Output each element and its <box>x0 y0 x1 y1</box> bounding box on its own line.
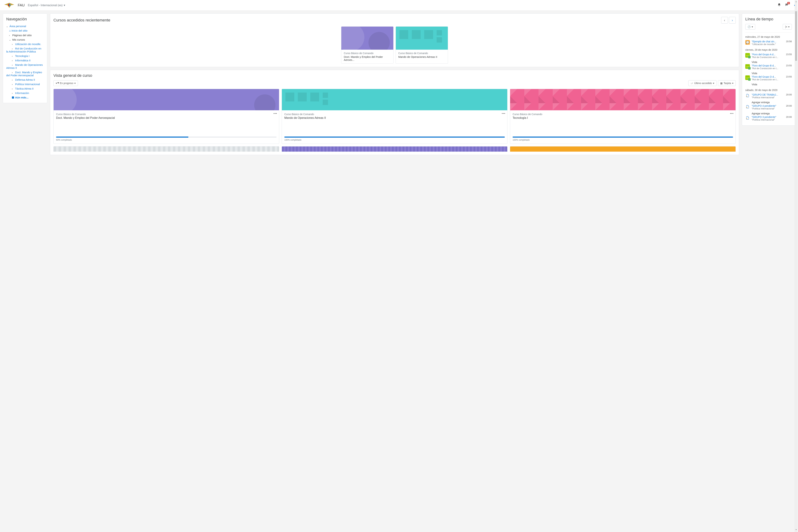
language-selector[interactable]: Español - Internacional (es) ▾ <box>28 3 65 7</box>
course-card-peek[interactable] <box>282 146 507 152</box>
nav-course-link[interactable]: Información <box>15 92 29 95</box>
caret-icon[interactable] <box>12 88 14 90</box>
course-more-icon[interactable]: ••• <box>730 112 734 115</box>
nav-course-link[interactable]: Defensa Aérea II <box>15 78 35 81</box>
recent-next-button[interactable]: › <box>729 17 736 24</box>
logo-icon <box>3 2 16 8</box>
timeline-item[interactable]: "GRUPO 4 pendiente" "Política Internacio… <box>745 104 792 110</box>
home-icon <box>9 29 12 32</box>
recent-course-card[interactable]: Curso Básico de Comando Mando de Operaci… <box>396 26 448 64</box>
timeline-time: 23:55 <box>786 64 792 70</box>
caret-icon[interactable] <box>9 39 12 41</box>
nav-area-personal[interactable]: Área personal <box>10 25 26 28</box>
forum-icon: ▭ <box>745 75 750 80</box>
nav-course-link[interactable]: Informática II <box>15 59 31 62</box>
caret-icon[interactable] <box>9 34 12 37</box>
overview-view-dropdown[interactable]: ▦ Tarjeta ▾ <box>718 80 736 86</box>
nav-inicio[interactable]: Inicio del sitio <box>12 29 28 32</box>
overview-course-card[interactable]: ••• Curso Básico de Comando Tecnología I… <box>510 89 736 144</box>
timeline-link[interactable]: "GRUPO 4 pendiente" <box>752 104 784 107</box>
recent-courses-block: Cursos accedidos recientemente ‹ › Curso… <box>50 14 739 67</box>
nav-course-link[interactable]: Táctica Aérea II <box>15 87 34 90</box>
recent-prev-button[interactable]: ‹ <box>721 17 728 24</box>
progress-bar <box>284 136 505 138</box>
scrollbar[interactable]: ▴ ▾ <box>795 0 797 158</box>
timeline-action[interactable]: Vista <box>745 60 792 64</box>
overview-filter-dropdown[interactable]: ▾ En progreso ▾ <box>53 80 78 86</box>
course-more-icon[interactable]: ••• <box>273 112 277 115</box>
timeline-time: 20:00 <box>786 116 792 121</box>
nav-course-link[interactable]: Mando de Operaciones Aéreas II <box>6 63 43 69</box>
progress-label: 100% completado <box>510 139 736 144</box>
bell-icon[interactable] <box>777 3 781 7</box>
timeline-item[interactable]: ▭ "Foro del Grupo D d... "Rol de Conducc… <box>745 75 792 81</box>
course-thumbnail <box>510 89 736 110</box>
timeline-course: "Política Internacional" <box>752 107 784 110</box>
timeline-action[interactable]: Vista <box>745 82 792 86</box>
nav-course-link[interactable]: Tecnología I <box>15 54 30 57</box>
course-more-icon[interactable]: ••• <box>502 112 506 115</box>
brand-area[interactable]: FAU <box>3 2 25 8</box>
progress-bar <box>56 136 276 138</box>
assignment-icon <box>745 104 750 109</box>
caret-icon[interactable] <box>12 83 14 86</box>
course-category: Curso Básico de Comando <box>284 113 505 116</box>
caret-icon[interactable] <box>12 79 14 81</box>
timeline-date: viernes, 29 de mayo de 2020 <box>745 49 792 51</box>
messages-badge: 2 <box>787 2 790 4</box>
timeline-link[interactable]: "GRUPO 3 pendiente" <box>752 116 784 118</box>
caret-icon[interactable] <box>12 64 14 66</box>
caret-icon[interactable] <box>12 71 14 74</box>
nav-course-link[interactable]: Doct. Mando y Empleo del Poder Aeroespac… <box>6 71 42 77</box>
nav-course-link[interactable]: Utilización de moodle. <box>15 42 41 45</box>
caret-icon[interactable] <box>12 92 14 95</box>
timeline-time: 20:00 <box>786 104 792 110</box>
timeline-action[interactable]: Vista <box>745 71 792 75</box>
timeline-time: 23:55 <box>786 53 792 58</box>
scroll-up-icon[interactable]: ▴ <box>795 1 797 3</box>
nav-mis-cursos[interactable]: Mis cursos <box>12 38 25 41</box>
overview-course-card[interactable]: ••• Curso Básico de Comando Doct. Mando … <box>53 89 279 144</box>
timeline-course: "Política Internacional" <box>752 96 784 99</box>
timeline-time-filter[interactable]: 🕐 ▾ <box>745 24 755 30</box>
caret-icon[interactable] <box>12 48 14 50</box>
navbar: FAU Español - Internacional (es) ▾ 2 ▾ <box>0 0 798 11</box>
nav-aun-mas[interactable]: Aún más... <box>15 96 29 99</box>
timeline-link[interactable]: "Foro del Grupo B d... <box>752 64 784 67</box>
course-card-peek[interactable] <box>510 146 736 152</box>
recent-course-card[interactable]: Curso Básico de Comando Doct. Mando y Em… <box>341 26 394 64</box>
timeline-action[interactable]: Agregar entrega <box>745 111 792 115</box>
nav-course-link[interactable]: Rol de Conducción en la Administración P… <box>6 47 41 53</box>
timeline-link[interactable]: "Ejemplo de chat sin... <box>752 40 784 43</box>
chevron-down-icon: ▾ <box>713 82 714 84</box>
timeline-course: "Rol de Conducción en l... <box>752 78 784 81</box>
course-card-peek[interactable] <box>53 146 279 152</box>
timeline-link[interactable]: "GRUPO DE TRABAJ... <box>752 93 784 96</box>
caret-icon[interactable] <box>12 59 14 62</box>
brand-text[interactable]: FAU <box>18 3 25 7</box>
overview-course-card[interactable]: ••• Curso Básico de Comando Mando de Ope… <box>282 89 507 144</box>
timeline-item[interactable]: "GRUPO 3 pendiente" "Política Internacio… <box>745 115 792 121</box>
forum-icon: ▭ <box>745 64 750 69</box>
timeline-item[interactable]: ▭ "Foro del Grupo A d... "Rol de Conducc… <box>745 53 792 59</box>
caret-icon[interactable] <box>6 25 9 28</box>
timeline-item[interactable]: 💬 "Ejemplo de chat sin... "Utilización d… <box>745 40 792 46</box>
caret-icon[interactable] <box>12 43 14 45</box>
timeline-link[interactable]: "Foro del Grupo A d... <box>752 53 784 56</box>
timeline-sort-filter[interactable]: ¦≡ ▾ <box>783 24 792 30</box>
timeline-course: "Rol de Conducción en l... <box>752 56 784 58</box>
nav-course-link[interactable]: Política Internacional <box>15 83 40 86</box>
timeline-item[interactable]: "GRUPO DE TRABAJ... "Política Internacio… <box>745 93 792 99</box>
timeline-item[interactable]: ▭ "Foro del Grupo B d... "Rol de Conducc… <box>745 64 792 70</box>
assignment-icon <box>745 93 750 98</box>
course-thumbnail <box>282 89 507 110</box>
nav-paginas[interactable]: Páginas del sitio <box>12 34 32 37</box>
overview-sort-dropdown[interactable]: ↓↑ Último accedido ▾ <box>688 80 717 86</box>
scroll-thumb[interactable] <box>795 11 797 61</box>
chat-icon: 💬 <box>745 40 750 45</box>
messages-icon[interactable]: 2 <box>785 3 788 7</box>
caret-icon[interactable] <box>12 55 14 57</box>
chevron-down-icon: ▾ <box>732 82 733 84</box>
timeline-action[interactable]: Agregar entrega <box>745 100 792 104</box>
timeline-link[interactable]: "Foro del Grupo D d... <box>752 75 784 78</box>
